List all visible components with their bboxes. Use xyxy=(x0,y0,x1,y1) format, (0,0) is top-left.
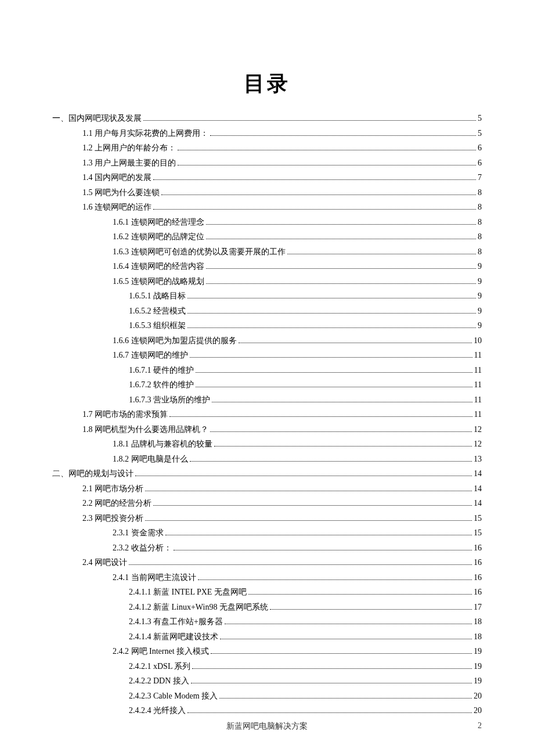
toc-page: 11 xyxy=(474,377,482,393)
toc-entry[interactable]: 2.4.2 网吧 Internet 接入模式 19 xyxy=(52,644,482,659)
toc-leader-dots xyxy=(190,456,472,462)
toc-entry[interactable]: 一、国内网吧现状及发展 5 xyxy=(52,111,482,126)
toc-page: 11 xyxy=(474,393,482,408)
toc-label: 2.4.1.4 新蓝网吧建设技术 xyxy=(129,629,218,645)
toc-entry[interactable]: 1.6.6 连锁网吧为加盟店提供的服务 10 xyxy=(52,333,482,348)
toc-entry[interactable]: 1.6.5.2 经营模式 9 xyxy=(52,304,482,319)
toc-label: 2.4.1 当前网吧主流设计 xyxy=(113,570,196,585)
toc-page: 8 xyxy=(478,229,482,244)
footer: 新蓝网吧电脑解决方案 2 xyxy=(52,721,482,732)
toc-entry[interactable]: 1.6.4 连锁网吧的经营内容 9 xyxy=(52,259,482,274)
toc-entry[interactable]: 二、网吧的规划与设计 14 xyxy=(52,466,482,481)
toc-entry[interactable]: 1.6.2 连锁网吧的品牌定位 8 xyxy=(52,229,482,244)
toc-page: 19 xyxy=(474,659,482,674)
toc-label: 1.6.6 连锁网吧为加盟店提供的服务 xyxy=(113,333,237,348)
toc-entry[interactable]: 1.6.7.2 软件的维护 11 xyxy=(52,377,482,393)
toc-page: 16 xyxy=(474,585,482,600)
toc-label: 1.4 国内网吧的发展 xyxy=(82,170,151,185)
toc-entry[interactable]: 1.7 网吧市场的需求预算 11 xyxy=(52,407,482,422)
toc-leader-dots xyxy=(153,500,472,506)
toc-leader-dots xyxy=(187,322,476,328)
toc-entry[interactable]: 1.4 国内网吧的发展 7 xyxy=(52,170,482,185)
toc-entry[interactable]: 2.4.2.3 Cable Modem 接入 20 xyxy=(52,689,482,704)
toc-entry[interactable]: 1.2 上网用户的年龄分布： 6 xyxy=(52,141,482,156)
toc-page: 15 xyxy=(474,525,482,541)
toc-leader-dots xyxy=(214,441,472,447)
toc-entry[interactable]: 2.3.1 资金需求 15 xyxy=(52,525,482,541)
toc-leader-dots xyxy=(196,367,472,373)
toc-entry[interactable]: 2.4.1.3 有盘工作站+服务器 18 xyxy=(52,614,482,629)
toc-entry[interactable]: 1.6.7.3 营业场所的维护 11 xyxy=(52,393,482,408)
toc-entry[interactable]: 1.6.1 连锁网吧的经营理念 8 xyxy=(52,215,482,230)
footer-page-number: 2 xyxy=(478,721,482,730)
toc-label: 2.1 网吧市场分析 xyxy=(82,481,143,496)
toc-page: 9 xyxy=(478,304,482,319)
toc-entry[interactable]: 1.6.5.1 战略目标 9 xyxy=(52,289,482,304)
toc-label: 1.6.5 连锁网吧的战略规划 xyxy=(113,274,204,289)
toc-leader-dots xyxy=(135,470,472,476)
toc-leader-dots xyxy=(169,411,472,417)
toc-page: 8 xyxy=(478,244,482,260)
toc-entry[interactable]: 2.1 网吧市场分析 14 xyxy=(52,481,482,496)
toc-entry[interactable]: 2.4.1.1 新蓝 INTEL PXE 无盘网吧 16 xyxy=(52,585,482,600)
toc-entry[interactable]: 2.4.2.1 xDSL 系列19 xyxy=(52,659,482,674)
toc-entry[interactable]: 1.1 用户每月实际花费的上网费用： 5 xyxy=(52,126,482,141)
toc-entry[interactable]: 2.3.2 收益分析： 16 xyxy=(52,541,482,556)
toc-page: 9 xyxy=(478,289,482,304)
toc-label: 2.4.2.1 xDSL 系列 xyxy=(129,659,190,674)
toc-label: 2.3.1 资金需求 xyxy=(113,525,164,541)
toc-entry[interactable]: 2.2 网吧的经营分析 14 xyxy=(52,496,482,511)
toc-leader-dots xyxy=(190,352,472,358)
toc-label: 1.8.2 网吧电脑是什么 xyxy=(113,452,188,467)
toc-entry[interactable]: 1.3 用户上网最主要的目的 6 xyxy=(52,156,482,171)
toc-entry[interactable]: 2.4 网吧设计 16 xyxy=(52,555,482,570)
toc-entry[interactable]: 1.6.5.3 组织框架 9 xyxy=(52,318,482,333)
toc-page: 6 xyxy=(478,141,482,156)
toc-label: 1.7 网吧市场的需求预算 xyxy=(82,407,168,422)
toc-leader-dots xyxy=(198,574,472,580)
toc-entry[interactable]: 2.4.1.4 新蓝网吧建设技术 18 xyxy=(52,629,482,645)
toc-leader-dots xyxy=(239,337,472,343)
page-title: 目录 xyxy=(52,70,482,98)
toc-entry[interactable]: 1.6.5 连锁网吧的战略规划 9 xyxy=(52,274,482,289)
toc-label: 2.4.2.2 DDN 接入 xyxy=(129,674,189,689)
toc-entry[interactable]: 2.4.2.2 DDN 接入19 xyxy=(52,674,482,689)
toc-page: 9 xyxy=(478,259,482,274)
toc-leader-dots xyxy=(206,219,477,225)
toc-leader-dots xyxy=(210,130,476,136)
toc-entry[interactable]: 2.4.2.4 光纤接入 20 xyxy=(52,703,482,718)
toc-entry[interactable]: 1.8 网吧机型为什么要选用品牌机？ 12 xyxy=(52,422,482,437)
toc-label: 1.6.7.3 营业场所的维护 xyxy=(129,393,210,408)
toc-page: 12 xyxy=(474,422,482,437)
toc-leader-dots xyxy=(187,707,472,713)
toc-label: 2.4.1.1 新蓝 INTEL PXE 无盘网吧 xyxy=(129,585,247,600)
toc-page: 9 xyxy=(478,274,482,289)
toc-entry[interactable]: 1.6.3 连锁网吧可创造的优势以及需要开展的工作 8 xyxy=(52,244,482,260)
toc-entry[interactable]: 1.6 连锁网吧的运作 8 xyxy=(52,200,482,215)
toc-entry[interactable]: 1.6.7 连锁网吧的维护 11 xyxy=(52,348,482,363)
toc-label: 1.3 用户上网最主要的目的 xyxy=(82,156,176,171)
toc-leader-dots xyxy=(212,397,472,402)
toc-page: 15 xyxy=(474,511,482,526)
footer-title: 新蓝网吧电脑解决方案 xyxy=(226,721,308,732)
toc-page: 20 xyxy=(474,703,482,718)
toc-page: 19 xyxy=(474,674,482,689)
toc-label: 二、网吧的规划与设计 xyxy=(52,466,134,481)
toc-label: 1.6.2 连锁网吧的品牌定位 xyxy=(113,229,204,244)
toc-leader-dots xyxy=(129,559,472,565)
toc-entry[interactable]: 2.4.1 当前网吧主流设计 16 xyxy=(52,570,482,585)
toc-entry[interactable]: 2.3 网吧投资分析 15 xyxy=(52,511,482,526)
toc-entry[interactable]: 2.4.1.2 新蓝 Linux+Win98 无盘网吧系统17 xyxy=(52,600,482,615)
toc-label: 1.6.5.1 战略目标 xyxy=(129,289,186,304)
toc-label: 1.6.7.2 软件的维护 xyxy=(129,377,194,393)
toc-page: 16 xyxy=(474,570,482,585)
toc-label: 1.5 网吧为什么要连锁 xyxy=(82,185,160,200)
toc-label: 2.4.2.4 光纤接入 xyxy=(129,703,186,718)
toc-label: 1.6.5.3 组织框架 xyxy=(129,318,186,333)
toc-entry[interactable]: 1.8.2 网吧电脑是什么 13 xyxy=(52,452,482,467)
toc-label: 2.4.1.2 新蓝 Linux+Win98 无盘网吧系统 xyxy=(129,600,268,615)
toc-entry[interactable]: 1.6.7.1 硬件的维护 11 xyxy=(52,363,482,378)
toc-entry[interactable]: 1.5 网吧为什么要连锁 8 xyxy=(52,185,482,200)
toc-entry[interactable]: 1.8.1 品牌机与兼容机的较量 12 xyxy=(52,437,482,452)
table-of-contents: 一、国内网吧现状及发展 51.1 用户每月实际花费的上网费用： 51.2 上网用… xyxy=(52,111,482,718)
